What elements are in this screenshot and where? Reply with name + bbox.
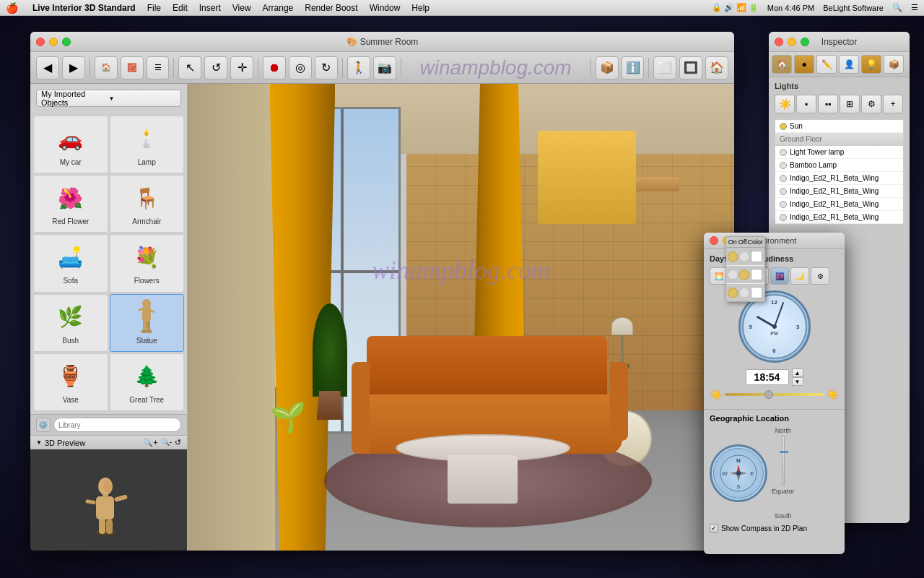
sidebar-dropdown[interactable]: My Imported Objects ▼ bbox=[36, 90, 181, 107]
inspector-box-btn[interactable]: 📦 bbox=[884, 55, 904, 74]
menu-view[interactable]: View bbox=[232, 3, 251, 13]
lights-sun-btn[interactable]: ☀️ bbox=[775, 95, 795, 113]
inspector-house-btn[interactable]: 🏠 bbox=[772, 55, 792, 74]
menu-list-icon[interactable]: ☰ bbox=[911, 3, 918, 12]
inspector-circle-btn[interactable]: ● bbox=[794, 55, 814, 74]
toolbar-2d-btn[interactable]: 🏠 bbox=[95, 56, 118, 79]
color-swatch-1[interactable] bbox=[751, 269, 762, 280]
minimize-button[interactable] bbox=[49, 38, 58, 46]
object-item-armchair[interactable]: 🪑 Armchair bbox=[110, 175, 185, 233]
lights-config-btn[interactable]: ⚙ bbox=[861, 95, 881, 113]
time-up-btn[interactable]: ▲ bbox=[792, 368, 803, 377]
color-swatch-2[interactable] bbox=[751, 287, 762, 298]
toolbar-rotate-btn[interactable]: ↻ bbox=[315, 56, 338, 79]
close-button[interactable] bbox=[36, 38, 45, 46]
object-item-lamp[interactable]: 🕯️ Lamp bbox=[110, 116, 185, 173]
toolbar-object-btn[interactable]: 📦 bbox=[596, 56, 619, 79]
menu-file[interactable]: File bbox=[147, 3, 161, 13]
menu-search-icon[interactable]: 🔍 bbox=[892, 3, 902, 12]
apple-menu[interactable]: 🍎 bbox=[6, 2, 18, 14]
reset-icon[interactable]: ↺ bbox=[175, 438, 181, 447]
env-config-btn[interactable]: ⚙ bbox=[811, 267, 829, 285]
zoom-in-icon[interactable]: 🔍+ bbox=[143, 438, 157, 447]
light-item-2[interactable]: Indigo_Ed2_R1_Beta_Wing bbox=[775, 172, 903, 185]
toolbar-person-btn[interactable]: 🚶 bbox=[347, 56, 370, 79]
brightness-slider[interactable] bbox=[725, 393, 824, 396]
toolbar-camera-btn[interactable]: 📷 bbox=[373, 56, 396, 79]
object-item-sofa[interactable]: 🛋️ Sofa bbox=[33, 234, 108, 292]
latitude-bar[interactable] bbox=[782, 436, 785, 486]
bulb-on-0[interactable] bbox=[728, 251, 738, 262]
toolbar-list-btn[interactable]: ☰ bbox=[147, 56, 170, 79]
toolbar-target-btn[interactable]: ◎ bbox=[289, 56, 312, 79]
inspector-toolbar: 🏠 ● ✏️ 👤 💡 📦 bbox=[769, 52, 910, 77]
menu-render-boost[interactable]: Render Boost bbox=[305, 3, 357, 13]
toolbar-home-btn[interactable]: 🏠 bbox=[705, 56, 728, 79]
env-night-btn[interactable]: 🌙 bbox=[790, 267, 809, 285]
menu-insert[interactable]: Insert bbox=[199, 3, 221, 13]
preview-header[interactable]: ▼ 3D Preview 🔍+ 🔍- ↺ bbox=[30, 436, 187, 449]
light-label-5: Indigo_Ed2_R1_Beta_Wing bbox=[790, 213, 879, 221]
brightness-thumb[interactable] bbox=[764, 390, 773, 399]
sun-light-item[interactable]: Sun bbox=[775, 120, 903, 133]
menu-window[interactable]: Window bbox=[370, 3, 401, 13]
inspector-maximize-btn[interactable] bbox=[801, 38, 809, 46]
lights-row-btn[interactable]: ▪▪ bbox=[818, 95, 838, 113]
maximize-button[interactable] bbox=[62, 38, 71, 46]
menu-help[interactable]: Help bbox=[411, 3, 430, 13]
toolbar-iso-btn[interactable]: 🔲 bbox=[679, 56, 702, 79]
settings-btn[interactable]: ⚙️ bbox=[36, 418, 51, 432]
object-item-my-car[interactable]: 🚗 My car bbox=[33, 116, 108, 173]
compass-container[interactable]: N S E W bbox=[710, 444, 767, 502]
small-plant-icon: 🌱 bbox=[270, 400, 306, 434]
light-item-1[interactable]: Bamboo Lamp bbox=[775, 159, 903, 172]
object-item-flowers[interactable]: 💐 Flowers bbox=[110, 234, 185, 292]
zoom-out-icon[interactable]: 🔍- bbox=[161, 438, 172, 447]
time-input[interactable] bbox=[746, 369, 789, 385]
env-close-btn[interactable] bbox=[710, 236, 718, 245]
canvas-area[interactable]: 🌱 bbox=[188, 84, 734, 551]
menu-arrange[interactable]: Arrange bbox=[263, 3, 294, 13]
light-item-0[interactable]: Light Tower lamp bbox=[775, 146, 903, 159]
lights-single-btn[interactable]: ▪ bbox=[796, 95, 816, 113]
lights-add-btn[interactable]: + bbox=[883, 95, 903, 113]
bulb-on-1[interactable] bbox=[728, 269, 738, 280]
toolbar-3d-btn[interactable]: 🧱 bbox=[121, 56, 144, 79]
light-item-4[interactable]: Indigo_Ed2_R1_Beta_Wing bbox=[775, 198, 903, 211]
color-swatch-0[interactable] bbox=[751, 251, 762, 262]
toolbar-info-btn[interactable]: ℹ️ bbox=[622, 56, 645, 79]
time-down-btn[interactable]: ▼ bbox=[792, 377, 803, 386]
on-header: On bbox=[728, 238, 738, 246]
object-item-statue[interactable]: Statue bbox=[110, 294, 185, 352]
inspector-minimize-btn[interactable] bbox=[788, 38, 796, 46]
toolbar-2dview-btn[interactable]: ⬜ bbox=[653, 56, 676, 79]
inspector-pencil-btn[interactable]: ✏️ bbox=[816, 55, 837, 74]
inspector-close-btn[interactable] bbox=[775, 38, 783, 46]
light-item-3[interactable]: Indigo_Ed2_R1_Beta_Wing bbox=[775, 185, 903, 198]
toolbar-move-btn[interactable]: ✛ bbox=[230, 56, 253, 79]
toolbar-back-btn[interactable]: ◀ bbox=[36, 56, 59, 79]
object-item-vase[interactable]: 🏺 Vase bbox=[33, 353, 108, 411]
sofa-icon: 🛋️ bbox=[49, 239, 92, 275]
menu-edit[interactable]: Edit bbox=[173, 3, 188, 13]
inspector-person-btn[interactable]: 👤 bbox=[839, 55, 859, 74]
toolbar-cursor-btn[interactable]: ↖ bbox=[178, 56, 201, 79]
lights-grid-btn[interactable]: ⊞ bbox=[840, 95, 860, 113]
toolbar-refresh-btn[interactable]: ↺ bbox=[204, 56, 227, 79]
inspector-bulb-btn[interactable]: 💡 bbox=[861, 55, 881, 74]
library-search-input[interactable] bbox=[53, 418, 181, 432]
bulb-off-1[interactable] bbox=[739, 269, 749, 280]
app-name[interactable]: Live Interior 3D Standard bbox=[32, 3, 136, 13]
light-item-5[interactable]: Indigo_Ed2_R1_Beta_Wing bbox=[775, 211, 903, 224]
env-evening-btn[interactable]: 🌆 bbox=[770, 267, 789, 285]
bulb-off-0[interactable] bbox=[739, 251, 749, 262]
bulb-off-2[interactable] bbox=[739, 288, 749, 298]
bulb-on-2[interactable] bbox=[728, 288, 738, 298]
show-compass-checkbox[interactable]: ✓ bbox=[710, 524, 718, 532]
object-item-bush[interactable]: 🌿 Bush bbox=[33, 294, 108, 352]
object-item-great-tree[interactable]: 🌲 Great Tree bbox=[110, 353, 185, 411]
object-item-red-flower[interactable]: 🌺 Red Flower bbox=[33, 175, 108, 233]
toolbar-fwd-btn[interactable]: ▶ bbox=[62, 56, 85, 79]
menu-company[interactable]: BeLight Software bbox=[823, 4, 884, 12]
toolbar-record-btn[interactable]: ⏺ bbox=[263, 56, 286, 79]
